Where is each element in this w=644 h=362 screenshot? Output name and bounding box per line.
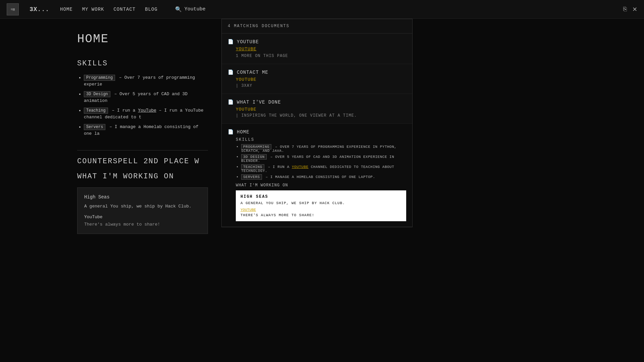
result-more[interactable]: 1 MORE ON THIS PAGE xyxy=(236,54,288,58)
results-count: 4 MATCHING DOCUMENTS xyxy=(222,19,412,34)
result-skills-list: PROGRAMMING – OVER 7 YEARS OF PROGRAMMIN… xyxy=(236,145,406,179)
project-card-desc: A general You ship, we ship by Hack Club… xyxy=(84,203,201,210)
main-content: HOME SKILLS Programming – Over 7 years o… xyxy=(0,19,221,247)
navbar: ≡▤ 3X... HOME MY WORK CONTACT BLOG 🔍 ⎘ ✕ xyxy=(0,0,644,19)
search-bar: 🔍 xyxy=(175,6,612,13)
result-match[interactable]: YOUTUBE xyxy=(236,47,406,52)
result-title: WHAT I'VE DONE xyxy=(237,100,281,105)
project-card-title: High Seas xyxy=(84,194,201,200)
result-working-heading: WHAT I'M WORKING ON xyxy=(236,183,406,188)
list-item: TEACHING – I RUN A YOUTUBE CHANNEL DEDIC… xyxy=(241,165,406,173)
share-button[interactable]: ⎘ xyxy=(623,6,627,13)
nav-link-contact[interactable]: CONTACT xyxy=(113,7,136,12)
skill-tag: Servers xyxy=(84,124,105,130)
list-item: PROGRAMMING – OVER 7 YEARS OF PROGRAMMIN… xyxy=(241,145,406,153)
result-excerpt: | INSPIRING THE WORLD, ONE VIEWER AT A T… xyxy=(236,113,406,118)
list-item: Servers – I manage a Homelab consisting … xyxy=(84,124,208,137)
skill-youtube-link[interactable]: YOUTUBE xyxy=(292,165,309,169)
skill-tag: 3D Design xyxy=(84,91,110,97)
logo-icon: ≡▤ xyxy=(7,3,19,15)
list-item: Teaching – I run a YouTube – I run a You… xyxy=(84,107,208,120)
result-match[interactable]: YOUTUBE xyxy=(236,107,406,112)
working-title: WHAT I'M WORKING ON xyxy=(77,172,208,181)
skill-desc: – I run a xyxy=(112,108,138,113)
result-excerpt: | 3XAY xyxy=(236,83,406,88)
nav-link-blog[interactable]: BLOG xyxy=(145,7,158,12)
close-search-button[interactable]: ✕ xyxy=(632,6,637,13)
project-youtube-link[interactable]: YOUTUBE xyxy=(240,208,401,212)
doc-icon: 📄 xyxy=(228,129,233,135)
doc-icon: 📄 xyxy=(228,99,233,105)
project-title: HIGH SEAS xyxy=(240,194,401,199)
result-item-youtube[interactable]: 📄 YOUTUBE YOUTUBE 1 MORE ON THIS PAGE xyxy=(222,34,412,64)
project-desc: A GENERAL YOU SHIP, WE SHIP BY HACK CLUB… xyxy=(240,201,401,205)
project-youtube-link[interactable]: YouTube xyxy=(84,215,201,220)
search-icon: 🔍 xyxy=(175,6,182,13)
page-title: HOME xyxy=(77,32,208,46)
counterspell-title: COUNTERSPELL 2ND PLACE W xyxy=(77,157,208,166)
result-item-home[interactable]: 📄 HOME SKILLS PROGRAMMING – OVER 7 YEARS… xyxy=(222,124,412,227)
skill-desc: – I RUN A xyxy=(268,165,292,169)
project-sub: THERE'S ALWAYS MORE TO SHARE! xyxy=(240,213,401,217)
list-item: Programming – Over 7 years of programmin… xyxy=(84,74,208,87)
result-item-contact[interactable]: 📄 CONTACT ME YOUTUBE | 3XAY xyxy=(222,64,412,94)
list-item: 3D Design – Over 5 years of CAD and 3D a… xyxy=(84,91,208,104)
skill-tag-servers: SERVERS xyxy=(241,174,262,180)
result-title: HOME xyxy=(237,129,250,135)
list-item: SERVERS – I MANAGE A HOMELAB CONSISTING … xyxy=(241,175,406,179)
result-skills-heading: SKILLS xyxy=(236,137,406,142)
project-card: High Seas A general You ship, we ship by… xyxy=(77,187,208,234)
skill-tag: Teaching xyxy=(84,108,108,114)
result-project-card: HIGH SEAS A GENERAL YOU SHIP, WE SHIP BY… xyxy=(236,190,406,221)
doc-icon: 📄 xyxy=(228,69,233,75)
result-title: YOUTUBE xyxy=(237,39,259,45)
result-item-whatdone[interactable]: 📄 WHAT I'VE DONE YOUTUBE | INSPIRING THE… xyxy=(222,94,412,124)
list-item: 3D DESIGN – OVER 5 YEARS OF CAD AND 3D A… xyxy=(241,155,406,163)
skills-list: Programming – Over 7 years of programmin… xyxy=(77,74,208,137)
result-match[interactable]: YOUTUBE xyxy=(236,77,406,82)
search-input[interactable] xyxy=(184,6,252,12)
doc-icon: 📄 xyxy=(228,39,233,45)
nav-link-mywork[interactable]: MY WORK xyxy=(82,7,104,12)
skills-title: SKILLS xyxy=(77,59,208,68)
nav-right-icons: ⎘ ✕ xyxy=(623,6,637,13)
nav-links: HOME MY WORK CONTACT BLOG xyxy=(60,7,158,12)
search-results-panel: 4 MATCHING DOCUMENTS 📄 YOUTUBE YOUTUBE 1… xyxy=(221,19,413,227)
youtube-link[interactable]: YouTube xyxy=(138,108,156,113)
working-on-section: WHAT I'M WORKING ON High Seas A general … xyxy=(77,172,208,234)
result-title: CONTACT ME xyxy=(237,70,268,75)
nav-link-home[interactable]: HOME xyxy=(60,7,73,12)
nav-brand[interactable]: 3X... xyxy=(30,6,49,13)
skill-tag: Programming xyxy=(84,75,115,81)
skill-desc: – I MANAGE A HOMELAB CONSISTING OF ONE L… xyxy=(266,175,375,179)
project-card-sub: There's always more to share! xyxy=(84,222,160,227)
